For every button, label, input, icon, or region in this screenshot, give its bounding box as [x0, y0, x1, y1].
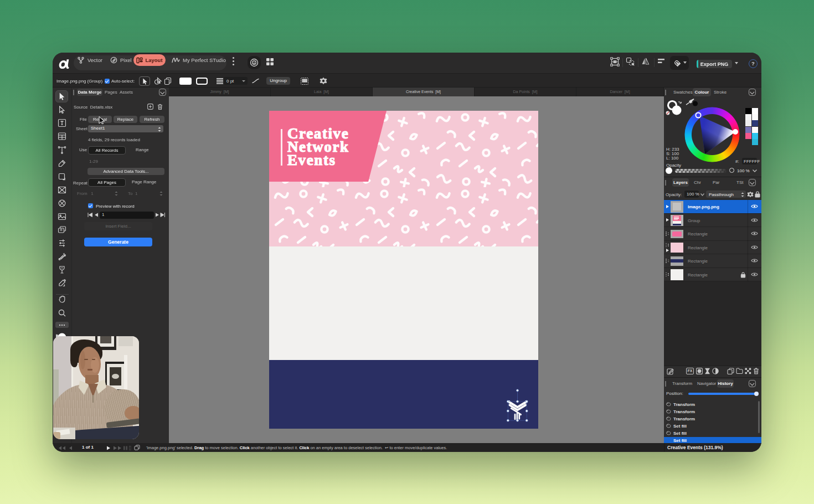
svg-text:A: A	[253, 61, 255, 65]
